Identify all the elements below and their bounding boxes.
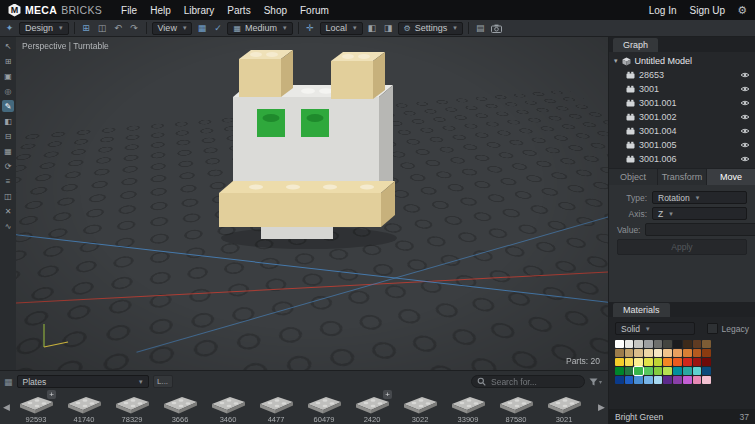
color-swatch[interactable] xyxy=(644,358,653,366)
color-swatch[interactable] xyxy=(644,340,653,348)
tree-item-row[interactable]: 3001.005 xyxy=(609,138,755,152)
visibility-eye-icon[interactable] xyxy=(740,71,750,79)
color-swatch[interactable] xyxy=(673,349,682,357)
box-select-tool-icon[interactable]: ▣ xyxy=(2,70,14,82)
color-swatch[interactable] xyxy=(693,376,702,384)
menu-library[interactable]: Library xyxy=(184,5,215,16)
remove-tool-icon[interactable]: ⊟ xyxy=(2,130,14,142)
panel-layout-icon[interactable]: ▤ xyxy=(474,22,487,35)
color-swatch[interactable] xyxy=(644,349,653,357)
color-swatch[interactable] xyxy=(634,349,643,357)
color-swatch[interactable] xyxy=(654,376,663,384)
split-tool-icon[interactable]: ◧ xyxy=(2,115,14,127)
part-card[interactable]: + 3022 xyxy=(396,390,444,424)
color-swatch[interactable] xyxy=(693,349,702,357)
color-swatch[interactable] xyxy=(663,349,672,357)
redo-icon[interactable]: ↷ xyxy=(128,22,141,35)
tree-item-row[interactable]: 3001 xyxy=(609,82,755,96)
screenshot-camera-icon[interactable] xyxy=(490,22,503,35)
color-swatch[interactable] xyxy=(644,376,653,384)
viewport-canvas[interactable]: Perspective | Turntable Parts: 20 xyxy=(16,37,608,370)
menu-help[interactable]: Help xyxy=(150,5,171,16)
color-swatch[interactable] xyxy=(683,367,692,375)
visibility-eye-icon[interactable] xyxy=(740,141,750,149)
color-swatch[interactable] xyxy=(625,367,634,375)
part-card[interactable]: + 4477 xyxy=(252,390,300,424)
color-swatch[interactable] xyxy=(615,358,624,366)
duplicate-icon[interactable]: ◫ xyxy=(96,22,109,35)
visibility-eye-icon[interactable] xyxy=(740,85,750,93)
login-link[interactable]: Log In xyxy=(649,5,677,16)
parts-search-input[interactable] xyxy=(489,376,579,388)
color-swatch[interactable] xyxy=(663,376,672,384)
color-swatch[interactable] xyxy=(683,349,692,357)
add-variant-icon[interactable]: + xyxy=(47,390,56,399)
delete-tool-icon[interactable]: ✕ xyxy=(2,205,14,217)
part-card[interactable]: + 33909 xyxy=(444,390,492,424)
view-dropdown[interactable]: View xyxy=(152,22,193,35)
list-toggle-button[interactable]: L... xyxy=(153,375,173,388)
grid-size-dropdown[interactable]: ▦Medium xyxy=(227,22,292,35)
color-swatch[interactable] xyxy=(683,376,692,384)
part-card[interactable]: + 3666 xyxy=(156,390,204,424)
color-swatch[interactable] xyxy=(702,349,711,357)
materials-tab[interactable]: Materials xyxy=(613,303,670,317)
app-mode-icon[interactable]: ✦ xyxy=(3,22,16,35)
graph-tab[interactable]: Graph xyxy=(613,38,658,52)
target-tool-icon[interactable]: ◎ xyxy=(2,85,14,97)
settings-dropdown[interactable]: ⚙Settings xyxy=(398,22,463,35)
paste-icon[interactable]: ◨ xyxy=(382,22,395,35)
tree-item-row[interactable]: 3001.002 xyxy=(609,110,755,124)
part-card[interactable]: + 78329 xyxy=(108,390,156,424)
grid-toggle-icon[interactable]: ▦ xyxy=(195,22,208,35)
mecabricks-logo[interactable]: M MECABRICKS xyxy=(8,4,102,17)
flex-tool-icon[interactable]: ∿ xyxy=(2,220,14,232)
visibility-eye-icon[interactable] xyxy=(740,99,750,107)
account-gear-icon[interactable]: ⚙ xyxy=(737,4,747,17)
part-card[interactable]: + 87580 xyxy=(492,390,540,424)
parts-category-dropdown[interactable]: Plates xyxy=(17,375,149,388)
collapse-caret-icon[interactable]: ▾ xyxy=(614,57,618,65)
tab-move[interactable]: Move xyxy=(707,169,755,185)
color-swatch[interactable] xyxy=(634,358,643,366)
coordinate-space-dropdown[interactable]: Local xyxy=(320,22,363,35)
color-swatch[interactable] xyxy=(615,376,624,384)
design-mode-dropdown[interactable]: Design xyxy=(19,22,69,35)
color-swatch[interactable] xyxy=(634,340,643,348)
apply-button[interactable]: Apply xyxy=(617,239,747,255)
color-swatch[interactable] xyxy=(663,367,672,375)
menu-parts[interactable]: Parts xyxy=(227,5,250,16)
tab-object[interactable]: Object xyxy=(609,169,657,185)
tree-item-row[interactable]: 3001.006 xyxy=(609,152,755,166)
part-card[interactable]: + 41740 xyxy=(60,390,108,424)
menu-file[interactable]: File xyxy=(121,5,137,16)
scroll-left-button[interactable]: ◀ xyxy=(1,390,12,424)
color-swatch[interactable] xyxy=(644,367,653,375)
part-card[interactable]: + 60479 xyxy=(300,390,348,424)
add-variant-icon[interactable]: + xyxy=(383,390,392,399)
menu-forum[interactable]: Forum xyxy=(300,5,329,16)
color-swatch[interactable] xyxy=(683,340,692,348)
value-input[interactable] xyxy=(645,223,755,236)
tree-item-row[interactable]: 3001.004 xyxy=(609,124,755,138)
select-tool-icon[interactable]: ↖ xyxy=(2,40,14,52)
paint-tool-icon[interactable]: ✎ xyxy=(2,100,14,112)
add-brick-icon[interactable]: ⊞ xyxy=(80,22,93,35)
color-swatch[interactable] xyxy=(702,376,711,384)
undo-icon[interactable]: ↶ xyxy=(112,22,125,35)
visibility-eye-icon[interactable] xyxy=(740,155,750,163)
copy-icon[interactable]: ◧ xyxy=(366,22,379,35)
color-swatch[interactable] xyxy=(693,340,702,348)
mirror-tool-icon[interactable]: ◫ xyxy=(2,190,14,202)
color-swatch[interactable] xyxy=(702,340,711,348)
color-swatch[interactable] xyxy=(673,340,682,348)
filter-funnel-icon[interactable] xyxy=(589,378,602,386)
color-swatch[interactable] xyxy=(634,367,643,375)
color-swatch[interactable] xyxy=(654,367,663,375)
color-swatch[interactable] xyxy=(702,367,711,375)
part-card[interactable]: + 2420 xyxy=(348,390,396,424)
transform-axes-icon[interactable]: ✛ xyxy=(304,22,317,35)
finish-dropdown[interactable]: Solid xyxy=(615,322,695,335)
category-grid-icon[interactable]: ▦ xyxy=(4,377,13,387)
color-swatch[interactable] xyxy=(634,376,643,384)
